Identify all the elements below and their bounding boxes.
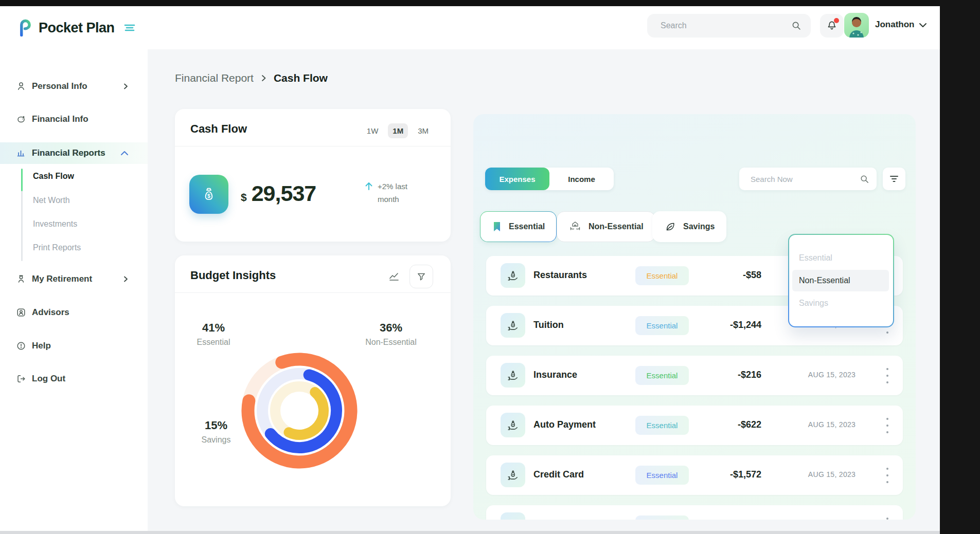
cash-flow-card: Cash Flow 1W 1M 3M $ $ 29,537 <box>175 109 451 242</box>
notifications-button[interactable] <box>820 14 844 38</box>
kebab-menu-icon[interactable] <box>884 418 891 433</box>
cash-flow-card-title: Cash Flow <box>190 122 247 136</box>
chevron-right-icon <box>120 274 131 284</box>
user-name[interactable]: Jonathon <box>875 20 915 30</box>
notification-dot <box>834 18 839 23</box>
frame-bar-top <box>0 0 980 6</box>
money-bag-icon: $ <box>189 175 228 214</box>
transaction-name: Insurance <box>533 370 577 380</box>
dropdown-option-non-essential[interactable]: Non-Essential <box>792 270 889 291</box>
svg-text:$: $ <box>207 193 210 199</box>
breadcrumb-current: Cash Flow <box>274 72 328 84</box>
ring-label-savings: 15% Savings <box>190 419 242 445</box>
budget-insights-card: Budget Insights <box>175 255 451 506</box>
kebab-menu-icon[interactable] <box>884 518 891 520</box>
panel-search[interactable] <box>739 168 877 190</box>
sidebar-subitem-cash-flow[interactable]: Cash Flow <box>33 172 74 181</box>
cash-flow-amount: $ 29,537 <box>241 181 316 206</box>
leaf-icon <box>664 220 676 233</box>
user-menu-chevron-down-icon[interactable] <box>919 23 927 28</box>
logout-icon <box>16 374 26 384</box>
dropdown-option-essential[interactable]: Essential <box>792 247 889 269</box>
sidebar-subitem-investments[interactable]: Investments <box>33 219 77 229</box>
bookmark-icon <box>492 221 502 232</box>
piggy-bank-icon <box>16 114 26 124</box>
kebab-menu-icon[interactable] <box>884 368 891 383</box>
panel-search-input[interactable] <box>750 174 860 184</box>
divider <box>175 146 451 146</box>
currency-symbol: $ <box>241 191 247 204</box>
sidebar-item-my-retirement[interactable]: My Retirement <box>0 268 148 290</box>
global-search-input[interactable] <box>660 21 791 31</box>
chip-essential[interactable]: Essential <box>480 211 557 242</box>
sidebar-item-label: Help <box>32 341 51 351</box>
brand-menu-icon <box>124 24 135 32</box>
person-icon <box>16 81 26 91</box>
hand-money-icon <box>501 512 525 520</box>
funnel-filter-button[interactable] <box>409 265 433 288</box>
transaction-row[interactable]: Auto Payment Essential -$622 AUG 15, 202… <box>486 406 903 445</box>
chevron-up-icon <box>120 151 129 156</box>
sidebar-item-financial-info[interactable]: Financial Info <box>0 108 148 130</box>
ring-label-non-essential: 36% Non-Essential <box>350 321 432 347</box>
category-badge: Essential <box>635 416 689 435</box>
hand-money-icon <box>501 413 525 437</box>
global-search[interactable] <box>647 14 811 38</box>
sidebar: Personal Info Financial Info Financial R… <box>0 49 148 531</box>
search-icon[interactable] <box>860 174 869 184</box>
budget-insights-title: Budget Insights <box>190 269 276 282</box>
brand-name: Pocket Plan <box>39 20 115 36</box>
breadcrumb-separator-icon <box>261 74 266 82</box>
hands-holding-house-icon <box>568 220 582 233</box>
hand-money-icon <box>501 463 525 487</box>
sidebar-subitem-print-reports[interactable]: Print Reports <box>33 243 81 252</box>
transaction-row[interactable]: Insurance Essential -$216 AUG 15, 2023 <box>486 356 903 395</box>
transaction-amount: -$3,722 <box>687 519 761 520</box>
sidebar-item-log-out[interactable]: Log Out <box>0 368 148 390</box>
tab-1m[interactable]: 1M <box>388 123 408 138</box>
tab-1w[interactable]: 1W <box>362 123 383 138</box>
divider <box>175 292 451 293</box>
tab-3m[interactable]: 3M <box>413 123 433 138</box>
breadcrumb-parent[interactable]: Financial Report <box>175 72 254 84</box>
hand-money-icon <box>501 363 525 388</box>
search-icon[interactable] <box>791 21 801 31</box>
expenses-income-toggle: Expenses Income <box>485 168 614 190</box>
sidebar-item-label: Advisors <box>32 307 69 318</box>
hand-money-icon <box>501 313 525 338</box>
avatar[interactable] <box>844 13 869 38</box>
transaction-row[interactable]: Credit Card Essential -$1,572 AUG 15, 20… <box>486 455 903 495</box>
hand-money-icon <box>501 263 525 288</box>
retirement-person-icon <box>16 274 26 284</box>
chip-non-essential[interactable]: Non-Essential <box>557 211 655 242</box>
transaction-name: Mortgage <box>533 519 575 520</box>
dropdown-option-savings[interactable]: Savings <box>792 292 889 314</box>
ring-label-essential: 41% Essential <box>188 321 239 347</box>
breadcrumb: Financial Report Cash Flow <box>175 72 328 84</box>
sidebar-item-label: Personal Info <box>32 81 87 91</box>
category-dropdown: Essential Non-Essential Savings <box>788 234 894 327</box>
kebab-menu-icon[interactable] <box>884 468 891 483</box>
arrow-up-icon <box>364 181 373 206</box>
chip-savings[interactable]: Savings <box>652 211 726 242</box>
filter-lines-button[interactable] <box>883 168 905 190</box>
sidebar-subitem-net-worth[interactable]: Net Worth <box>33 196 70 205</box>
brand-logo[interactable]: Pocket Plan <box>17 19 135 37</box>
toggle-expenses[interactable]: Expenses <box>485 168 549 190</box>
sidebar-item-advisors[interactable]: Advisors <box>0 302 148 323</box>
category-badge: Essential <box>635 316 689 335</box>
transaction-amount: -$1,244 <box>687 320 761 330</box>
submenu-tree-line-active <box>21 169 23 191</box>
sidebar-item-financial-reports[interactable]: Financial Reports <box>0 142 148 164</box>
top-header: Pocket Plan <box>0 6 940 49</box>
line-chart-icon[interactable] <box>388 270 400 283</box>
sidebar-item-help[interactable]: Help <box>0 335 148 357</box>
advisor-badge-icon <box>16 307 26 318</box>
main-content: Financial Report Cash Flow Cash Flow 1W … <box>148 49 940 531</box>
transaction-row[interactable]: Mortgage Essential -$3,722 AUG 15, 2023 <box>486 505 903 520</box>
transaction-name: Credit Card <box>533 469 584 480</box>
sidebar-item-personal-info[interactable]: Personal Info <box>0 76 148 97</box>
toggle-income[interactable]: Income <box>549 168 614 190</box>
amount-value: 29,537 <box>252 181 316 206</box>
transaction-amount: -$58 <box>687 270 761 281</box>
